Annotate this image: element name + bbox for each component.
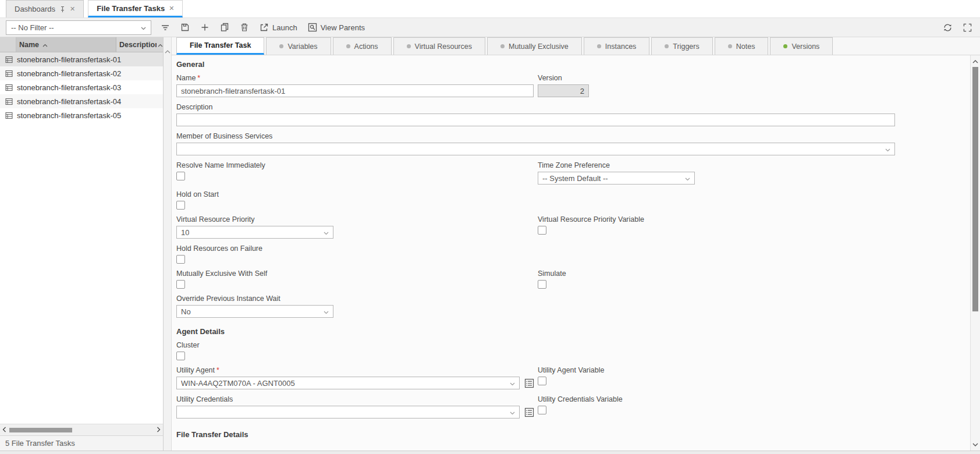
collapse-chevron-icon[interactable]: [165, 47, 171, 55]
virtual-resource-priority-variable-checkbox[interactable]: [538, 226, 546, 235]
fullscreen-button[interactable]: [962, 22, 973, 33]
refresh-button[interactable]: [942, 22, 954, 34]
filter-menu-button[interactable]: [159, 22, 171, 33]
override-previous-instance-wait-select[interactable]: No: [176, 305, 333, 318]
member-of-business-services-select[interactable]: [176, 143, 895, 155]
toolbar: -- No Filter -- Launch View Parents: [0, 17, 980, 37]
selected-value: 10: [181, 228, 189, 237]
chevron-down-icon: [510, 379, 515, 388]
status-dot-icon: [279, 44, 283, 48]
save-button[interactable]: [179, 22, 191, 33]
tab-dashboards[interactable]: Dashboards ✕: [6, 0, 84, 17]
utility-credentials-variable-checkbox[interactable]: [538, 406, 546, 414]
utility-credentials-label: Utility Credentials: [176, 395, 538, 405]
name-label: Name*: [176, 74, 538, 83]
horizontal-scrollbar[interactable]: [0, 424, 163, 435]
list-item[interactable]: stonebranch-filetransfertask-03: [0, 80, 163, 94]
app-window: Dashboards ✕ File Transfer Tasks ✕ -- No…: [0, 0, 980, 454]
pin-icon[interactable]: [59, 6, 66, 13]
cluster-checkbox[interactable]: [176, 352, 185, 360]
tab-variables[interactable]: Variables: [266, 37, 331, 55]
utility-agent-select[interactable]: WIN-A4AQ2TM070A - AGNT0005: [176, 377, 520, 389]
resolve-name-immediately-checkbox[interactable]: [176, 172, 185, 180]
virtual-resource-priority-select[interactable]: 10: [176, 226, 333, 239]
utility-agent-picker-button[interactable]: [523, 377, 535, 389]
delete-button[interactable]: [239, 22, 250, 33]
list-item[interactable]: stonebranch-filetransfertask-04: [0, 94, 163, 108]
name-column-header[interactable]: Name: [16, 37, 116, 52]
tab-label: Instances: [605, 42, 637, 51]
add-button[interactable]: [199, 22, 211, 33]
task-form: General Name* Version Description: [172, 55, 980, 451]
tab-label: File Transfer Task: [190, 41, 251, 49]
tab-file-transfer-task[interactable]: File Transfer Task: [176, 37, 264, 55]
launch-button[interactable]: Launch: [258, 22, 299, 33]
tab-triggers[interactable]: Triggers: [651, 37, 712, 55]
status-dot-icon: [500, 44, 505, 48]
tab-file-transfer-tasks[interactable]: File Transfer Tasks ✕: [88, 0, 183, 17]
tab-label: Virtual Resources: [415, 42, 472, 51]
tab-notes[interactable]: Notes: [715, 37, 769, 55]
section-general: General: [176, 60, 970, 69]
window-tab-bar: Dashboards ✕ File Transfer Tasks ✕: [0, 0, 980, 17]
simulate-checkbox[interactable]: [538, 280, 546, 289]
version-label: Version: [538, 74, 970, 83]
chevron-down-icon: [510, 408, 515, 417]
column-label: Name: [19, 41, 39, 49]
override-previous-instance-wait-label: Override Previous Instance Wait: [176, 295, 970, 304]
view-parents-icon: [308, 23, 317, 32]
tab-versions[interactable]: Versions: [770, 37, 833, 55]
detail-tab-bar: File Transfer Task Variables Actions Vir…: [172, 37, 980, 55]
scrollbar-thumb[interactable]: [9, 428, 72, 432]
utility-credentials-select[interactable]: [176, 406, 520, 418]
description-input[interactable]: [176, 114, 895, 126]
tab-mutually-exclusive[interactable]: Mutually Exclusive: [487, 37, 582, 55]
close-icon[interactable]: ✕: [169, 5, 174, 12]
section-agent-details: Agent Details: [176, 327, 970, 336]
task-name: stonebranch-filetransfertask-01: [17, 55, 121, 64]
utility-agent-variable-label: Utility Agent Variable: [538, 366, 970, 375]
scrollbar-thumb[interactable]: [972, 67, 978, 311]
list-item[interactable]: stonebranch-filetransfertask-02: [0, 66, 163, 80]
view-parents-button[interactable]: View Parents: [307, 22, 366, 33]
utility-credentials-picker-button[interactable]: [523, 406, 535, 418]
simulate-label: Simulate: [538, 269, 970, 279]
list-empty-area: [0, 122, 163, 424]
tab-actions[interactable]: Actions: [333, 37, 392, 55]
selected-value: WIN-A4AQ2TM070A - AGNT0005: [181, 379, 295, 388]
scroll-up-icon[interactable]: [971, 56, 980, 66]
pane-splitter[interactable]: [164, 37, 172, 451]
icon-column-header[interactable]: [0, 37, 16, 52]
utility-agent-variable-checkbox[interactable]: [538, 377, 546, 385]
hold-resources-on-failure-checkbox[interactable]: [176, 255, 185, 264]
mutually-exclusive-with-self-checkbox[interactable]: [176, 280, 185, 289]
sort-asc-icon: [42, 41, 48, 49]
name-input[interactable]: [176, 84, 534, 97]
description-column-header[interactable]: Description: [116, 37, 163, 52]
close-icon[interactable]: ✕: [70, 5, 75, 13]
tab-instances[interactable]: Instances: [584, 37, 650, 55]
selected-value: No: [181, 307, 191, 316]
utility-credentials-variable-label: Utility Credentials Variable: [538, 395, 970, 405]
trash-icon: [240, 23, 249, 32]
time-zone-preference-select[interactable]: -- System Default --: [538, 172, 695, 185]
version-input: [538, 84, 589, 97]
list-item[interactable]: stonebranch-filetransfertask-01: [0, 52, 163, 66]
tab-virtual-resources[interactable]: Virtual Resources: [393, 37, 485, 55]
scroll-down-icon[interactable]: [971, 440, 980, 449]
time-zone-preference-label: Time Zone Preference: [538, 161, 970, 171]
hold-on-start-checkbox[interactable]: [176, 201, 185, 210]
filter-icon: [161, 23, 170, 32]
copy-button[interactable]: [219, 22, 230, 33]
table-icon: [5, 98, 13, 105]
save-icon: [180, 23, 190, 32]
scroll-left-icon[interactable]: [2, 425, 6, 434]
list-item[interactable]: stonebranch-filetransfertask-05: [0, 108, 163, 122]
scroll-right-icon[interactable]: [157, 425, 161, 434]
task-name: stonebranch-filetransfertask-04: [17, 97, 121, 106]
filter-dropdown[interactable]: -- No Filter --: [6, 20, 151, 35]
tab-label: Notes: [736, 42, 755, 51]
vertical-scrollbar[interactable]: [970, 55, 980, 451]
chevron-down-icon: [685, 174, 690, 183]
detail-pane: File Transfer Task Variables Actions Vir…: [172, 37, 980, 451]
